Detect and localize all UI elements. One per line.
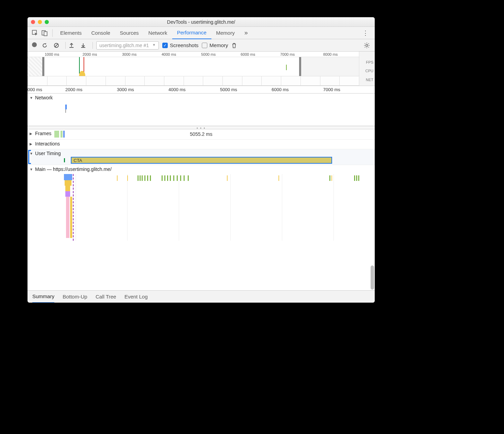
flame-scripting[interactable] <box>65 186 70 191</box>
flame-tick[interactable] <box>147 175 148 181</box>
flame-tick[interactable] <box>117 175 118 181</box>
flame-tick[interactable] <box>164 175 165 181</box>
flame-tick[interactable] <box>140 175 141 181</box>
garbage-collect-icon[interactable] <box>232 43 240 48</box>
tab-performance[interactable]: Performance <box>172 27 211 39</box>
flame-tick[interactable] <box>142 175 143 181</box>
network-track[interactable]: ▼ Network <box>28 94 375 126</box>
user-timing-mark[interactable] <box>64 158 65 162</box>
flame-tick[interactable] <box>227 175 228 181</box>
flamechart-tracks[interactable]: ▼ Network • • • ▶ Frames 5055.2 ms ▶ Int… <box>28 94 375 290</box>
flame-tick[interactable] <box>173 175 174 181</box>
flame-tick[interactable] <box>184 175 185 181</box>
flame-tick[interactable] <box>144 175 145 181</box>
screenshots-label: Screenshots <box>170 42 198 48</box>
details-tab-call-tree[interactable]: Call Tree <box>96 294 116 300</box>
recording-select[interactable]: usertiming.glitch.me #1 <box>96 41 159 50</box>
flamechart-ruler[interactable]: 000 ms 2000 ms 3000 ms 4000 ms 5000 ms 6… <box>28 86 375 94</box>
flame-tick[interactable] <box>177 175 178 181</box>
window-titlebar[interactable]: DevTools - usertiming.glitch.me/ <box>28 17 375 27</box>
tab-memory[interactable]: Memory <box>211 27 240 39</box>
filmstrip-thumb[interactable] <box>242 76 262 86</box>
filmstrip-thumb[interactable] <box>66 76 86 86</box>
device-toolbar-icon[interactable] <box>40 28 50 38</box>
flame-rendering[interactable] <box>65 191 70 197</box>
filmstrip-thumb[interactable] <box>184 76 204 86</box>
flame-tick[interactable] <box>167 175 168 181</box>
clear-button[interactable] <box>54 43 62 48</box>
inspect-element-icon[interactable] <box>30 28 40 38</box>
details-tab-event-log[interactable]: Event Log <box>124 294 148 300</box>
main-thread-track[interactable]: ▼ Main — https://usertiming.glitch.me/ <box>28 165 375 241</box>
details-tab-bottom-up[interactable]: Bottom-Up <box>63 294 87 300</box>
flame-tick[interactable] <box>329 175 330 181</box>
flame-task[interactable] <box>64 174 72 180</box>
main-thread-track-header[interactable]: ▼ Main — https://usertiming.glitch.me/ <box>28 165 375 173</box>
ruler-tick: 2000 ms <box>65 87 83 92</box>
more-tabs-icon[interactable]: » <box>240 29 253 36</box>
tab-sources[interactable]: Sources <box>115 27 144 39</box>
flame-scripting[interactable] <box>70 197 72 238</box>
filmstrip-thumb[interactable] <box>125 76 145 86</box>
flame-tick[interactable] <box>170 175 171 181</box>
flame-layout[interactable] <box>66 197 69 238</box>
devtools-menu-icon[interactable]: ⋮ <box>359 29 372 37</box>
filmstrip-thumb[interactable] <box>144 76 164 86</box>
details-tab-summary[interactable]: Summary <box>32 291 54 303</box>
main-thread-track-label: Main — https://usertiming.glitch.me/ <box>35 166 112 172</box>
flame-scripting[interactable] <box>65 180 72 186</box>
flame-tick[interactable] <box>150 175 151 181</box>
filmstrip-thumb[interactable] <box>320 76 340 86</box>
flame-tick[interactable] <box>180 175 181 181</box>
flame-tick[interactable] <box>331 175 332 181</box>
overview-timeline[interactable]: 1000 ms 2000 ms 3000 ms 4000 ms 5000 ms … <box>28 52 359 86</box>
flame-tick[interactable] <box>127 175 128 181</box>
reload-record-button[interactable] <box>42 43 50 48</box>
ruler-tick: 6000 ms <box>272 87 289 92</box>
flame-tick[interactable] <box>138 175 139 181</box>
overview-pane[interactable]: 1000 ms 2000 ms 3000 ms 4000 ms 5000 ms … <box>28 52 375 86</box>
flame-tick[interactable] <box>354 175 355 181</box>
memory-checkbox[interactable]: Memory <box>202 42 228 48</box>
save-profile-icon[interactable] <box>81 43 89 48</box>
filmstrip-thumb[interactable] <box>300 76 320 86</box>
flame-tick[interactable] <box>358 175 359 181</box>
flame-tick[interactable] <box>188 175 189 181</box>
record-button[interactable] <box>30 42 39 48</box>
ruler-tick: 4000 ms <box>168 87 186 92</box>
user-timing-track[interactable]: ▼ User Timing CTA <box>28 149 375 165</box>
filmstrip-thumb[interactable] <box>222 76 242 86</box>
interactions-track[interactable]: ▶ Interactions <box>28 140 375 149</box>
tab-network[interactable]: Network <box>144 27 172 39</box>
network-track-body[interactable] <box>28 102 375 126</box>
filmstrip-thumb[interactable] <box>106 76 125 86</box>
filmstrip-thumb[interactable] <box>281 76 301 86</box>
user-timing-measure-cta[interactable]: CTA <box>71 157 332 164</box>
vertical-scrollbar[interactable] <box>371 265 374 290</box>
capture-settings-icon[interactable] <box>364 42 372 48</box>
flame-tick[interactable] <box>356 175 357 181</box>
filmstrip-thumb[interactable] <box>203 76 223 86</box>
filmstrip-thumb[interactable] <box>164 76 184 86</box>
user-timing-track-header[interactable]: ▼ User Timing <box>28 149 375 158</box>
main-thread-body[interactable] <box>28 174 375 241</box>
overview-body[interactable] <box>28 57 359 86</box>
tab-console[interactable]: Console <box>87 27 115 39</box>
filmstrip-thumb[interactable] <box>28 76 47 86</box>
load-profile-icon[interactable] <box>69 43 77 48</box>
pane-resizer[interactable]: • • • <box>28 126 375 129</box>
ruler-tick: 1000 ms <box>45 52 59 56</box>
flame-tick[interactable] <box>162 175 163 181</box>
filmstrip-thumb[interactable] <box>261 76 281 86</box>
interactions-track-header[interactable]: ▶ Interactions <box>28 140 375 148</box>
network-request-bar[interactable] <box>65 109 66 113</box>
screenshots-checkbox[interactable]: ✓ Screenshots <box>162 42 198 48</box>
filmstrip-thumb[interactable] <box>339 76 359 86</box>
network-track-header[interactable]: ▼ Network <box>28 94 375 102</box>
network-request-bar[interactable] <box>65 105 67 109</box>
filmstrip-thumb[interactable] <box>86 76 106 86</box>
flame-tick[interactable] <box>278 175 279 181</box>
filmstrip-thumb[interactable] <box>47 76 67 86</box>
frames-track[interactable]: ▶ Frames 5055.2 ms <box>28 129 375 140</box>
tab-elements[interactable]: Elements <box>55 27 87 39</box>
